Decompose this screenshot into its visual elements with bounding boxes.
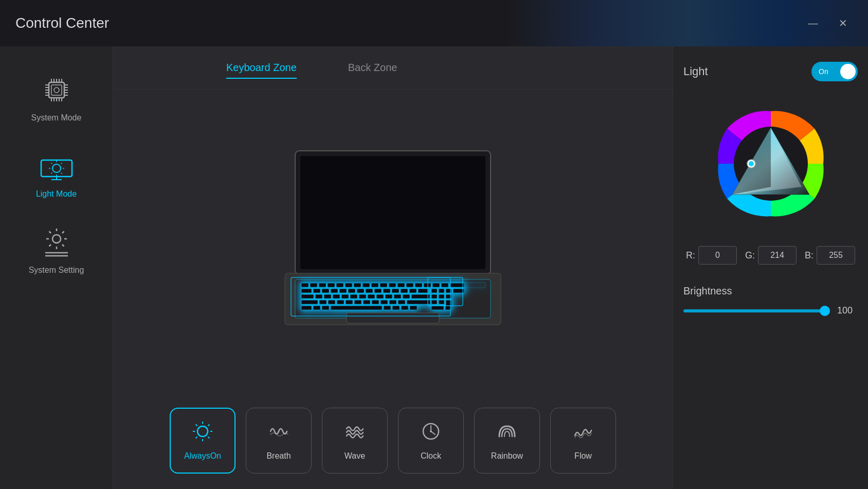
svg-line-130 [208, 436, 210, 438]
svg-rect-106 [398, 300, 405, 304]
svg-rect-23 [41, 160, 72, 177]
svg-rect-76 [431, 289, 437, 293]
svg-rect-107 [407, 300, 430, 304]
svg-rect-111 [301, 306, 312, 310]
light-toggle[interactable]: On [811, 62, 858, 81]
g-label: G: [745, 250, 755, 261]
g-input[interactable] [758, 246, 797, 265]
svg-point-124 [197, 426, 208, 436]
tab-keyboard-zone[interactable]: Keyboard Zone [226, 62, 297, 79]
svg-rect-63 [313, 289, 320, 293]
svg-rect-85 [350, 294, 357, 299]
anim-btn-rainbow[interactable]: Rainbow [474, 408, 540, 474]
light-toggle-row: Light On [683, 57, 858, 86]
svg-rect-45 [310, 283, 317, 287]
sidebar-system-mode-label: System Mode [31, 113, 82, 123]
svg-rect-46 [319, 283, 326, 287]
brightness-slider-row: 100 [683, 305, 858, 316]
svg-rect-82 [324, 294, 331, 299]
svg-rect-60 [441, 283, 448, 287]
anim-btn-breath[interactable]: Breath [246, 408, 312, 474]
flow-icon [573, 421, 593, 446]
breath-icon [268, 421, 289, 446]
svg-rect-47 [328, 283, 335, 287]
svg-rect-99 [337, 300, 344, 304]
breath-label: Breath [266, 451, 291, 461]
svg-rect-50 [354, 283, 361, 287]
svg-rect-90 [394, 294, 401, 299]
color-wheel[interactable] [709, 102, 833, 225]
svg-rect-61 [450, 283, 464, 287]
b-input[interactable] [817, 246, 855, 265]
alwayson-icon [192, 421, 213, 446]
sidebar-item-system-setting[interactable]: System Setting [10, 219, 103, 280]
svg-rect-119 [431, 306, 444, 310]
sidebar-item-light-mode[interactable]: Light Mode [10, 143, 103, 204]
svg-rect-113 [322, 306, 329, 310]
svg-rect-67 [348, 289, 355, 293]
tab-back-zone[interactable]: Back Zone [348, 62, 397, 79]
zone-tabs: Keyboard Zone Back Zone [113, 46, 673, 90]
svg-rect-75 [418, 289, 428, 293]
svg-point-143 [749, 161, 754, 166]
anim-btn-alwayson[interactable]: AlwaysOn [170, 408, 236, 474]
svg-rect-102 [363, 300, 370, 304]
b-group: B: [805, 246, 855, 265]
close-button[interactable]: ✕ [834, 14, 853, 32]
rainbow-icon [497, 421, 517, 446]
sidebar: System Mode [0, 46, 113, 489]
svg-rect-62 [301, 289, 312, 293]
svg-rect-92 [411, 294, 430, 299]
svg-rect-44 [301, 283, 309, 287]
wave-icon [345, 421, 365, 446]
clock-label: Clock [421, 451, 441, 461]
svg-rect-117 [401, 306, 408, 310]
svg-rect-73 [401, 289, 408, 293]
anim-btn-wave[interactable]: Wave [322, 408, 388, 474]
toggle-on-label: On [819, 67, 828, 76]
svg-rect-112 [313, 306, 320, 310]
r-label: R: [686, 250, 695, 261]
svg-rect-57 [415, 283, 422, 287]
brightness-value: 100 [837, 305, 858, 316]
svg-rect-64 [322, 289, 329, 293]
svg-rect-88 [376, 294, 384, 299]
sidebar-item-system-mode[interactable]: System Mode [10, 67, 103, 128]
svg-rect-66 [339, 289, 347, 293]
svg-rect-59 [432, 283, 440, 287]
anim-btn-clock[interactable]: Clock [398, 408, 464, 474]
toggle-circle [840, 64, 856, 79]
svg-rect-55 [397, 283, 405, 287]
svg-rect-108 [431, 300, 437, 304]
svg-rect-53 [380, 283, 387, 287]
brightness-slider[interactable] [683, 309, 830, 312]
svg-rect-118 [410, 306, 417, 310]
svg-rect-84 [341, 294, 349, 299]
rgb-inputs: R: G: B: [683, 241, 858, 270]
svg-rect-72 [392, 289, 399, 293]
main-layout: System Mode [0, 46, 868, 489]
r-input[interactable] [698, 246, 737, 265]
minimize-button[interactable]: — [803, 14, 823, 32]
svg-rect-86 [359, 294, 366, 299]
svg-line-131 [208, 424, 210, 426]
svg-rect-71 [383, 289, 390, 293]
app-title: Control Center [15, 15, 109, 31]
svg-line-32 [51, 173, 52, 174]
g-group: G: [745, 246, 797, 265]
svg-line-132 [196, 436, 197, 438]
svg-rect-89 [385, 294, 392, 299]
svg-line-31 [61, 163, 62, 164]
settings-icon [39, 224, 75, 260]
anim-btn-flow[interactable]: Flow [550, 408, 616, 474]
svg-rect-48 [336, 283, 343, 287]
brightness-section: Brightness 100 [683, 280, 858, 321]
svg-rect-121 [347, 313, 439, 323]
cpu-icon [39, 72, 75, 108]
svg-rect-94 [439, 294, 444, 299]
svg-point-24 [52, 164, 61, 172]
svg-rect-54 [389, 283, 396, 287]
titlebar: Control Center — ✕ [0, 0, 868, 46]
svg-rect-114 [331, 306, 382, 310]
svg-rect-97 [319, 300, 327, 304]
